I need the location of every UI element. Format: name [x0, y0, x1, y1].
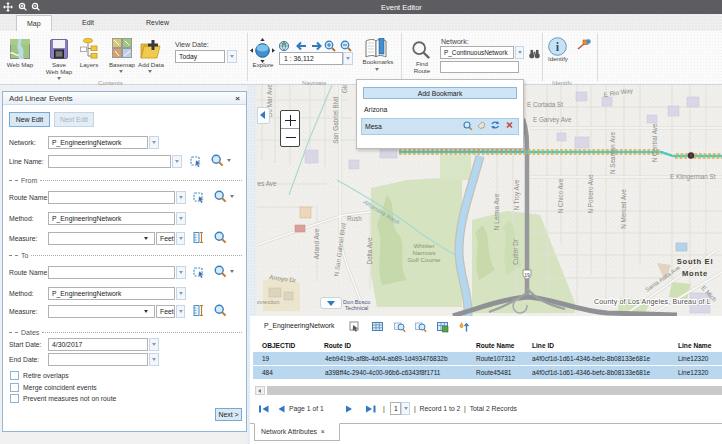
svg-text:E Klingerman St: E Klingerman St — [670, 173, 716, 181]
svg-text:E Cortada St: E Cortada St — [527, 101, 563, 108]
svg-text:San Gabriel Blvd: San Gabriel Blvd — [332, 96, 339, 144]
svg-text:Cutter Dr: Cutter Dr — [512, 239, 519, 265]
svg-text:E Garvey Ave: E Garvey Ave — [533, 116, 572, 124]
svg-text:N Chico Ave: N Chico Ave — [557, 178, 564, 213]
svg-text:Monte: Monte — [682, 269, 708, 278]
svg-text:N Potrero Ave: N Potrero Ave — [587, 174, 594, 214]
svg-text:Whittier: Whittier — [414, 242, 435, 249]
svg-text:Technical: Technical — [345, 305, 368, 311]
svg-text:Graves Ave: Graves Ave — [257, 180, 277, 187]
svg-text:South El: South El — [677, 257, 713, 266]
svg-text:Rush: Rush — [347, 215, 362, 222]
svg-text:N Merced Ave: N Merced Ave — [620, 189, 627, 229]
svg-text:onnection: onnection — [257, 299, 279, 305]
svg-text:N Troy Ave: N Troy Ave — [513, 179, 521, 210]
svg-text:Gladys: Gladys — [341, 85, 349, 93]
svg-text:County of Los Angeles, Bureau: County of Los Angeles, Bureau of L — [594, 298, 711, 306]
svg-text:Delta Ave: Delta Ave — [366, 237, 373, 264]
svg-text:Arland Ave: Arland Ave — [313, 228, 320, 259]
svg-text:19: 19 — [524, 272, 530, 278]
svg-text:Narrows: Narrows — [412, 249, 435, 256]
svg-text:N Central Ave: N Central Ave — [651, 123, 658, 162]
svg-text:N Lerma Ave: N Lerma Ave — [493, 193, 500, 230]
svg-text:N Seaman Ave: N Seaman Ave — [609, 132, 616, 174]
svg-text:Golf Course: Golf Course — [407, 256, 441, 263]
